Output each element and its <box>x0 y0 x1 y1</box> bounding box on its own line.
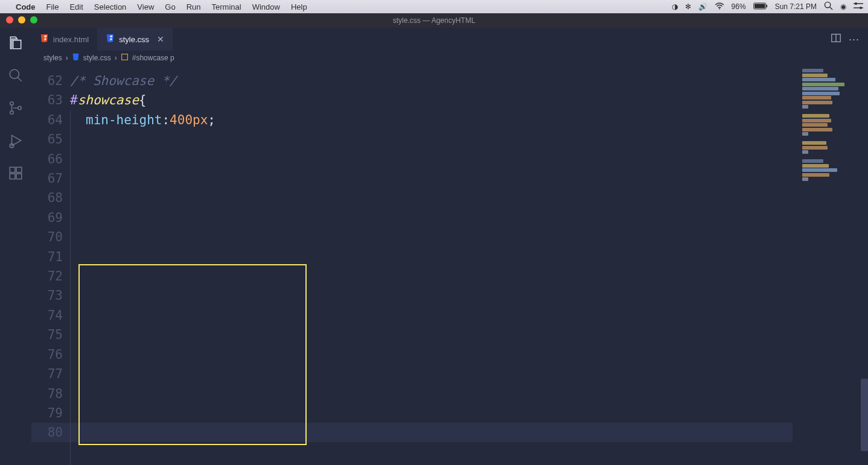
menu-item[interactable]: Edit <box>69 2 83 11</box>
svg-point-7 <box>855 2 857 5</box>
extensions-icon[interactable] <box>8 165 24 183</box>
mac-menu-left: Code File Edit Selection View Go Run Ter… <box>5 2 318 11</box>
more-actions-icon[interactable]: ··· <box>849 33 860 46</box>
svg-point-13 <box>10 111 13 114</box>
app-name[interactable]: Code <box>16 2 36 11</box>
svg-rect-20 <box>16 174 22 179</box>
svg-point-10 <box>10 69 19 78</box>
code-editor[interactable]: 62 63 64 65 66 67 68 69 70 71 72 73 74 7… <box>31 65 868 465</box>
traffic-lights <box>6 16 37 24</box>
vertical-scrollbar[interactable] <box>861 65 868 465</box>
tab-style-css[interactable]: style.css ✕ <box>97 28 173 51</box>
minimap[interactable] <box>802 65 866 465</box>
svg-point-4 <box>825 2 830 7</box>
battery-icon[interactable] <box>753 2 768 11</box>
battery-percent: 96% <box>732 2 746 11</box>
menu-item[interactable]: Go <box>165 2 175 11</box>
status-icon[interactable]: ◑ <box>672 2 678 11</box>
close-tab-icon[interactable]: ✕ <box>157 34 164 44</box>
svg-rect-2 <box>754 4 765 8</box>
source-control-icon[interactable] <box>8 100 24 118</box>
tab-index-html[interactable]: index.html <box>31 28 97 51</box>
clock[interactable]: Sun 7:21 PM <box>775 2 817 11</box>
wifi-icon[interactable] <box>715 2 724 11</box>
editor-main: index.html style.css ✕ ··· styles › styl… <box>31 28 868 465</box>
split-editor-icon[interactable] <box>831 33 841 46</box>
svg-point-0 <box>719 8 720 9</box>
explorer-icon[interactable] <box>8 35 24 53</box>
svg-rect-19 <box>10 174 15 179</box>
menu-item[interactable]: View <box>137 2 154 11</box>
svg-rect-17 <box>10 167 15 172</box>
tab-bar: index.html style.css ✕ ··· <box>31 28 868 51</box>
breadcrumb[interactable]: styles › style.css › #showcase p <box>31 51 868 65</box>
crumb-symbol[interactable]: #showcase p <box>132 54 174 62</box>
maximize-window-button[interactable] <box>30 16 37 24</box>
symbol-icon <box>121 53 129 63</box>
menu-item[interactable]: Help <box>291 2 307 11</box>
mac-menu-right: ◑ ✻ 🔊 96% Sun 7:21 PM ◉ <box>672 1 863 12</box>
mac-menu-bar: Code File Edit Selection View Go Run Ter… <box>0 0 868 13</box>
crumb-file[interactable]: style.css <box>83 54 111 62</box>
chevron-right-icon: › <box>115 54 117 62</box>
svg-rect-3 <box>766 4 767 7</box>
line-gutter: 62 63 64 65 66 67 68 69 70 71 72 73 74 7… <box>31 65 70 465</box>
menu-item[interactable]: Terminal <box>212 2 241 11</box>
crumb-folder[interactable]: styles <box>43 54 62 62</box>
svg-rect-23 <box>121 54 127 60</box>
svg-line-5 <box>830 7 832 10</box>
chevron-right-icon: › <box>66 54 68 62</box>
tab-label: index.html <box>53 35 89 44</box>
menu-item[interactable]: File <box>46 2 59 11</box>
search-icon[interactable] <box>8 68 24 86</box>
tab-actions: ··· <box>831 28 868 51</box>
control-center-icon[interactable] <box>854 2 863 11</box>
menu-item[interactable]: Window <box>252 2 280 11</box>
css-file-icon <box>106 34 115 45</box>
window-titlebar: style.css — AgencyHTML <box>0 13 868 28</box>
activity-bar <box>0 28 31 465</box>
html-file-icon <box>40 34 49 45</box>
spotlight-icon[interactable] <box>824 1 833 12</box>
menu-item[interactable]: Run <box>187 2 201 11</box>
editor-root: index.html style.css ✕ ··· styles › styl… <box>0 28 868 465</box>
svg-line-11 <box>18 77 22 81</box>
window-title: style.css — AgencyHTML <box>393 16 476 25</box>
status-icon[interactable]: ✻ <box>685 2 691 11</box>
run-debug-icon[interactable] <box>8 133 24 151</box>
css-file-icon <box>72 53 80 63</box>
volume-icon[interactable]: 🔊 <box>698 2 707 11</box>
svg-point-9 <box>860 7 862 9</box>
minimize-window-button[interactable] <box>18 16 25 24</box>
tab-label: style.css <box>119 35 149 44</box>
scrollbar-thumb[interactable] <box>861 379 868 451</box>
menu-item[interactable]: Selection <box>94 2 126 11</box>
siri-icon[interactable]: ◉ <box>840 2 846 11</box>
close-window-button[interactable] <box>6 16 13 24</box>
svg-point-14 <box>18 106 21 109</box>
svg-rect-18 <box>16 167 22 172</box>
svg-point-12 <box>10 102 13 105</box>
code-content[interactable]: /* Showcase */ #showcase{ min-height:400… <box>70 65 868 465</box>
